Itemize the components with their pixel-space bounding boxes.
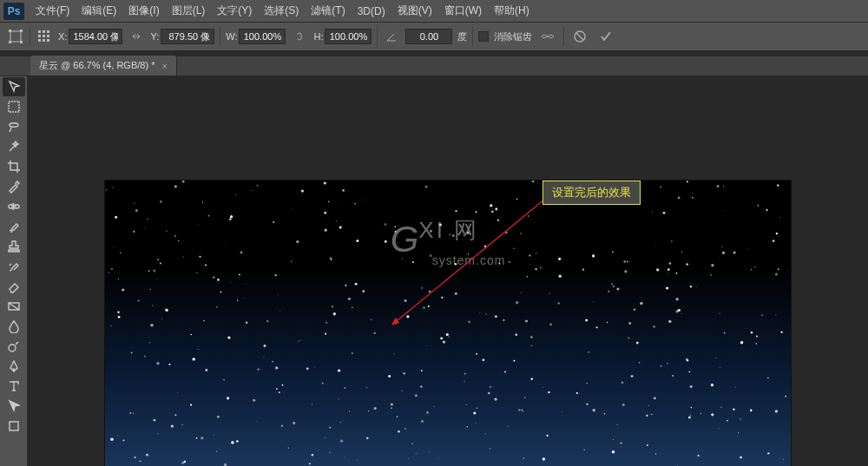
menu-image[interactable]: 图像(I)	[122, 0, 165, 22]
menu-type[interactable]: 文字(Y)	[211, 0, 258, 22]
svg-point-366	[196, 272, 197, 273]
svg-point-246	[279, 311, 280, 312]
svg-point-378	[612, 251, 614, 253]
svg-point-313	[558, 302, 560, 304]
menu-filter[interactable]: 滤镜(T)	[305, 0, 351, 22]
close-icon[interactable]: ×	[161, 61, 167, 71]
stamp-tool[interactable]	[3, 237, 25, 256]
svg-point-304	[576, 392, 578, 394]
cancel-transform-icon[interactable]	[569, 26, 590, 47]
svg-point-171	[144, 355, 146, 357]
pen-tool[interactable]	[3, 357, 25, 376]
svg-point-207	[325, 229, 327, 232]
warp-mode-icon[interactable]	[537, 26, 558, 47]
wand-tool[interactable]	[3, 137, 25, 156]
svg-point-265	[681, 252, 683, 253]
svg-point-266	[778, 268, 779, 270]
document-tab[interactable]: 星云 @ 66.7% (4, RGB/8) * ×	[30, 56, 177, 75]
y-input[interactable]	[161, 29, 214, 44]
svg-point-423	[724, 332, 726, 334]
menu-help[interactable]: 帮助(H)	[488, 0, 536, 22]
svg-point-233	[430, 254, 432, 257]
move-tool[interactable]	[3, 77, 25, 96]
svg-point-270	[756, 343, 758, 345]
document-tab-title: 星云 @ 66.7% (4, RGB/8) *	[39, 59, 155, 72]
w-input[interactable]	[239, 29, 286, 44]
menu-edit[interactable]: 编辑(E)	[76, 0, 122, 22]
history-brush-tool[interactable]	[3, 257, 25, 276]
blur-tool[interactable]	[3, 317, 25, 336]
dodge-tool[interactable]	[3, 337, 25, 356]
svg-point-253	[324, 212, 326, 214]
menu-view[interactable]: 视图(V)	[391, 0, 438, 22]
svg-point-121	[668, 320, 671, 323]
options-bar: X: Y: W: H: 度 消除锯齿	[0, 23, 868, 51]
svg-point-96	[669, 262, 672, 265]
svg-point-429	[246, 322, 247, 324]
eraser-tool[interactable]	[3, 277, 25, 296]
x-input[interactable]	[69, 29, 122, 44]
svg-point-318	[717, 185, 720, 187]
svg-point-221	[767, 452, 769, 454]
menu-window[interactable]: 窗口(W)	[438, 0, 488, 22]
svg-point-223	[740, 341, 743, 344]
eyedropper-tool[interactable]	[3, 177, 25, 196]
canvas[interactable]: GXI 网 system.com	[105, 180, 791, 466]
svg-point-145	[773, 240, 775, 242]
svg-point-419	[720, 406, 721, 407]
shape-tool[interactable]	[3, 417, 25, 436]
svg-point-256	[165, 309, 168, 312]
svg-point-197	[225, 244, 226, 245]
path-select-tool[interactable]	[3, 397, 25, 416]
antialias-checkbox[interactable]	[478, 31, 489, 42]
swap-xy-icon[interactable]	[128, 28, 145, 45]
menu-layer[interactable]: 图层(L)	[166, 0, 212, 22]
menu-select[interactable]: 选择(S)	[258, 0, 305, 22]
lasso-tool[interactable]	[3, 117, 25, 136]
canvas-area[interactable]: GXI 网 system.com	[28, 76, 868, 466]
menu-3d[interactable]: 3D(D)	[352, 0, 391, 22]
svg-point-131	[748, 248, 749, 249]
svg-point-413	[775, 315, 776, 316]
svg-point-315	[181, 424, 182, 425]
svg-point-387	[542, 457, 545, 460]
crop-tool[interactable]	[3, 157, 25, 176]
app-logo[interactable]: Ps	[3, 3, 24, 20]
heal-tool[interactable]	[3, 197, 25, 216]
svg-point-200	[133, 231, 135, 233]
rotation-input[interactable]	[405, 29, 452, 44]
type-tool[interactable]	[3, 377, 25, 396]
svg-point-147	[735, 387, 736, 388]
svg-point-99	[468, 321, 470, 324]
link-wh-icon[interactable]	[291, 28, 308, 45]
svg-point-355	[117, 436, 118, 436]
svg-point-85	[438, 458, 439, 459]
rotation-unit: 度	[457, 30, 467, 43]
svg-point-244	[190, 334, 192, 336]
w-label: W:	[226, 31, 237, 42]
transform-tool-icon[interactable]	[7, 28, 24, 45]
h-input[interactable]	[325, 29, 372, 44]
brush-tool[interactable]	[3, 217, 25, 236]
svg-point-312	[153, 270, 155, 272]
svg-point-347	[385, 223, 387, 226]
menu-file[interactable]: 文件(F)	[30, 0, 76, 22]
commit-transform-icon[interactable]	[595, 26, 616, 47]
svg-point-371	[293, 422, 295, 424]
svg-point-160	[640, 302, 642, 305]
svg-point-54	[356, 240, 358, 242]
svg-point-433	[264, 357, 265, 358]
reference-point-icon[interactable]	[36, 28, 53, 45]
svg-point-32	[314, 367, 315, 368]
marquee-tool[interactable]	[3, 97, 25, 116]
gradient-tool[interactable]	[3, 297, 25, 316]
svg-point-124	[257, 185, 259, 187]
svg-point-408	[406, 315, 409, 318]
svg-point-188	[115, 216, 117, 219]
svg-point-116	[617, 287, 620, 290]
svg-point-44	[205, 265, 207, 266]
svg-point-401	[122, 288, 124, 291]
svg-point-87	[434, 406, 435, 407]
svg-point-349	[257, 421, 258, 422]
svg-point-280	[727, 420, 728, 422]
